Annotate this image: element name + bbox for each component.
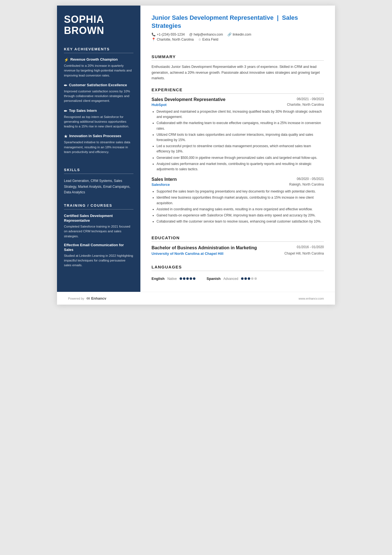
achievements-section: KEY ACHIEVEMENTS ⚡ Revenue Growth Champi… (64, 46, 133, 159)
separator: | (277, 14, 279, 21)
lang-dot (244, 277, 247, 280)
edu-header: Bachelor of Business Administration in M… (152, 245, 324, 251)
exp-dates: 06/2020 - 05/2021 (297, 177, 324, 181)
achievement-desc: Improved customer satisfaction scores by… (64, 89, 133, 103)
contact-row-2: 📍 Charlotte, North Carolina ☆ Extra Fiel… (152, 38, 324, 41)
exp-title: Sales Development Representative (152, 97, 225, 102)
bullet-item: Gained hands-on experience with Salesfor… (157, 213, 324, 218)
location-icon: 📍 (152, 38, 156, 41)
lang-level: Advanced (224, 277, 238, 281)
education-title: EDUCATION (152, 235, 324, 242)
achievement-item: ✏ Top Sales Intern Recognized as top int… (64, 108, 133, 129)
education-item: Bachelor of Business Administration in M… (152, 245, 324, 256)
bullet-item: Utilized CRM tools to track sales opport… (157, 132, 324, 143)
training-title: TRAINING / COURSES (64, 203, 133, 209)
edu-degree: Bachelor of Business Administration in M… (152, 245, 257, 251)
infinity-icon: ∞ (86, 295, 90, 301)
lang-dot (183, 277, 185, 280)
achievement-item: ⚡ Revenue Growth Champion Contributed to… (64, 57, 133, 78)
bullet-item: Supported the sales team by preparing pr… (157, 189, 324, 194)
resume-footer: Powered by ∞ Enhancv www.enhancv.com (57, 292, 335, 305)
lang-name: English (152, 277, 165, 281)
training-section: TRAINING / COURSES Certified Sales Devel… (64, 202, 133, 272)
skills-text: Lead Generation, CRM Systems, Sales Stra… (64, 178, 133, 195)
achievement-title: ✏ Customer Satisfaction Excellence (64, 83, 133, 88)
star-icon: ☆ (198, 38, 201, 41)
edu-subheader: University of North Carolina at Chapel H… (152, 251, 324, 256)
training-item: Effective Email Communication for Sales … (64, 243, 133, 268)
sidebar: SOPHIA BROWN KEY ACHIEVEMENTS ⚡ Revenue … (57, 6, 140, 292)
lang-dot (251, 277, 254, 280)
candidate-name: SOPHIA BROWN (64, 14, 133, 36)
achievement-icon: ✏ (64, 83, 67, 88)
exp-title: Sales Intern (152, 177, 177, 182)
phone-icon: 📞 (152, 33, 156, 36)
exp-bullets: Supported the sales team by preparing pr… (152, 189, 324, 224)
exp-subheader: Salesforce Raleigh, North Carolina (152, 182, 324, 187)
bullet-item: Developed and maintained a prospective c… (157, 109, 324, 120)
lang-dots (241, 277, 257, 280)
lang-dot (248, 277, 250, 280)
exp-location: Raleigh, North Carolina (289, 182, 324, 187)
resume-body: SOPHIA BROWN KEY ACHIEVEMENTS ⚡ Revenue … (57, 6, 335, 292)
exp-header: Sales Development Representative 06/2021… (152, 97, 324, 102)
lang-dot (193, 277, 195, 280)
email-icon: @ (189, 33, 192, 36)
exp-company: HubSpot (152, 103, 167, 107)
achievement-title: ⚡ Revenue Growth Champion (64, 57, 133, 62)
footer-website: www.enhancv.com (299, 297, 324, 300)
training-desc: Studied at LinkedIn Learning in 2022 hig… (64, 253, 133, 268)
languages-row: English Native Spanish Advanced (152, 277, 324, 281)
achievements-title: KEY ACHIEVEMENTS (64, 47, 133, 53)
exp-location: Charlotte, North Carolina (287, 103, 324, 107)
achievement-title: ★ Innovation in Sales Processes (64, 134, 133, 139)
language-item: Spanish Advanced (207, 277, 257, 281)
lang-dot (186, 277, 189, 280)
lang-name: Spanish (207, 277, 221, 281)
main-content: Junior Sales Development Representative … (140, 6, 335, 292)
contact-row-1: 📞 +1-(234)-555-1234 @ help@enhancv.com 🔗… (152, 33, 324, 36)
lang-dot (190, 277, 192, 280)
logo-text: Enhancv (91, 296, 106, 300)
location-contact: 📍 Charlotte, North Carolina (152, 38, 194, 41)
languages-title: LANGUAGES (152, 265, 324, 271)
training-item: Certified Sales Development Representati… (64, 214, 133, 239)
linkedin-contact: 🔗 linkedin.com (227, 33, 251, 36)
exp-header: Sales Intern 06/2020 - 05/2021 (152, 177, 324, 182)
exp-subheader: HubSpot Charlotte, North Carolina (152, 103, 324, 107)
lang-dots (180, 277, 195, 280)
exp-dates: 06/2021 - 09/2023 (297, 97, 324, 101)
training-title: Certified Sales Development Representati… (64, 214, 133, 223)
lang-dot (180, 277, 182, 280)
summary-text: Enthusiastic Junior Sales Development Re… (152, 64, 324, 81)
lang-dot (254, 277, 257, 280)
experience-container: Sales Development Representative 06/2021… (152, 97, 324, 229)
bullet-item: Identified new business opportunities th… (157, 195, 324, 206)
bullet-item: Generated over $500,000 in pipeline reve… (157, 155, 324, 161)
phone-contact: 📞 +1-(234)-555-1234 (152, 33, 185, 36)
enhancv-logo: ∞ Enhancv (86, 295, 106, 301)
achievement-item: ★ Innovation in Sales Processes Spearhea… (64, 134, 133, 154)
skills-section: SKILLS Lead Generation, CRM Systems, Sal… (64, 166, 133, 195)
bullet-item: Assisted in coordinating and managing sa… (157, 207, 324, 212)
achievement-icon: ★ (64, 134, 68, 139)
bullet-item: Analyzed sales performance and market tr… (157, 161, 324, 172)
achievement-desc: Contributed to a 20% increase in quarter… (64, 63, 133, 78)
extra-contact: ☆ Extra Field (198, 38, 218, 41)
lang-level: Native (167, 277, 177, 281)
achievement-item: ✏ Customer Satisfaction Excellence Impro… (64, 83, 133, 103)
link-icon: 🔗 (227, 33, 232, 36)
edu-school: University of North Carolina at Chapel H… (152, 251, 224, 256)
job-title: Junior Sales Development Representative … (152, 14, 324, 30)
achievement-desc: Recognized as top intern at Salesforce f… (64, 115, 133, 129)
achievement-title: ✏ Top Sales Intern (64, 108, 133, 113)
edu-location: Chapel Hill, North Carolina (284, 251, 324, 256)
achievement-desc: Spearheaded initiative to streamline sal… (64, 140, 133, 154)
experience-title: EXPERIENCE (152, 87, 324, 94)
exp-bullets: Developed and maintained a prospective c… (152, 109, 324, 172)
experience-item: Sales Intern 06/2020 - 05/2021 Salesforc… (152, 177, 324, 224)
achievement-icon: ⚡ (64, 58, 69, 62)
bullet-item: Led a successful project to streamline c… (157, 144, 324, 154)
lang-dot (241, 277, 244, 280)
summary-title: SUMMARY (152, 54, 324, 61)
